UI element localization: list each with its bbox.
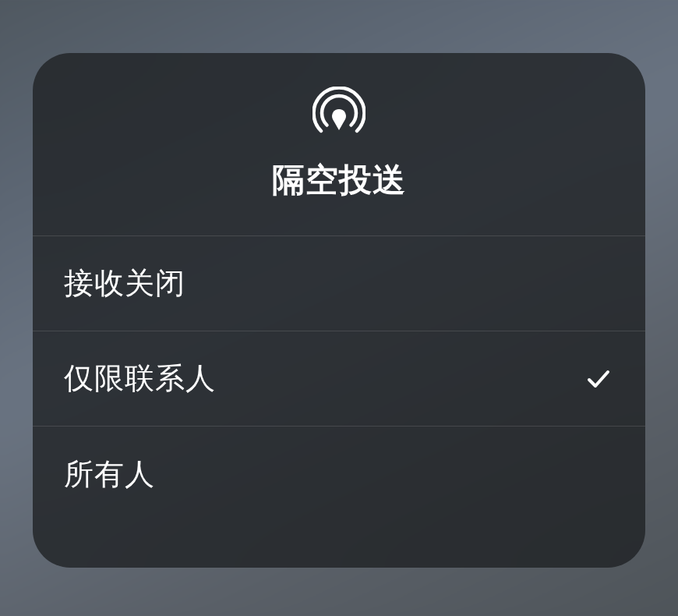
airdrop-settings-panel: 隔空投送 接收关闭 仅限联系人 所有人 <box>33 53 645 568</box>
panel-title: 隔空投送 <box>272 158 406 202</box>
option-receiving-off[interactable]: 接收关闭 <box>33 236 645 331</box>
option-label: 仅限联系人 <box>64 359 216 398</box>
option-everyone[interactable]: 所有人 <box>33 427 645 522</box>
checkmark-icon <box>583 363 614 395</box>
option-label: 所有人 <box>64 455 155 494</box>
panel-header: 隔空投送 <box>33 53 645 236</box>
option-label: 接收关闭 <box>64 264 185 303</box>
airdrop-icon <box>313 87 365 140</box>
option-contacts-only[interactable]: 仅限联系人 <box>33 331 645 427</box>
